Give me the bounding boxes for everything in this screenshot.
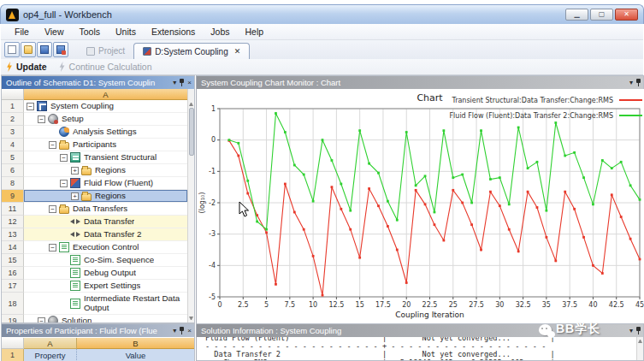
menu-item-view[interactable]: View bbox=[38, 25, 71, 38]
row-number: 13 bbox=[2, 228, 24, 241]
menu-item-units[interactable]: Units bbox=[109, 25, 143, 38]
tree-row-regions[interactable]: 9+Regions bbox=[2, 190, 187, 203]
expand-toggle-icon[interactable]: + bbox=[71, 192, 79, 200]
tree-row-regions[interactable]: 6+Regions bbox=[2, 164, 187, 177]
tree-row-co-sim-sequence[interactable]: 15Co-Sim. Sequence bbox=[2, 254, 187, 267]
properties-menu-dropdown-icon[interactable]: ▾ bbox=[173, 327, 176, 334]
properties-panel-header[interactable]: Properties of Participant : Fluid Flow (… bbox=[2, 324, 194, 337]
properties-pin-icon[interactable] bbox=[180, 327, 184, 334]
properties-column-b[interactable]: B bbox=[77, 338, 194, 349]
menu-item-tools[interactable]: Tools bbox=[73, 25, 108, 38]
tree-row-solution[interactable]: 19−Solution bbox=[2, 315, 187, 323]
row-cell[interactable]: −Fluid Flow (Fluent) bbox=[24, 177, 187, 190]
row-cell[interactable]: −System Coupling bbox=[24, 100, 187, 113]
tree-row-setup[interactable]: 2−Setup bbox=[2, 113, 187, 126]
solution-menu-dropdown-icon[interactable]: ▾ bbox=[629, 327, 633, 334]
scroll-down-icon[interactable] bbox=[189, 317, 193, 321]
row-number: 17 bbox=[2, 280, 24, 293]
chart-menu-dropdown-icon[interactable]: ▾ bbox=[629, 79, 633, 86]
tree-item-label: Transient Structural bbox=[84, 153, 157, 162]
row-number: 9 bbox=[2, 190, 24, 203]
row-cell[interactable]: −Transient Structural bbox=[24, 151, 187, 164]
row-cell[interactable]: −Execution Control bbox=[24, 241, 187, 254]
row-cell[interactable]: +Regions bbox=[24, 164, 187, 177]
menu-item-extensions[interactable]: Extensions bbox=[145, 25, 202, 38]
row-cell[interactable]: −Solution bbox=[24, 315, 187, 323]
row-cell[interactable]: Data Transfer 2 bbox=[24, 228, 187, 241]
outline-pin-icon[interactable] bbox=[180, 79, 184, 86]
row-cell[interactable]: Co-Sim. Sequence bbox=[24, 254, 187, 267]
row-cell[interactable]: Data Transfer bbox=[24, 216, 187, 228]
folder-icon bbox=[59, 206, 69, 214]
scroll-thumb[interactable] bbox=[189, 108, 194, 156]
tree-row-fluid-flow-fluent-[interactable]: 8−Fluid Flow (Fluent) bbox=[2, 177, 187, 190]
save-as-button[interactable] bbox=[53, 42, 68, 57]
tree-row-data-transfer-2[interactable]: 13Data Transfer 2 bbox=[2, 228, 187, 241]
collapse-toggle-icon[interactable]: − bbox=[27, 103, 34, 110]
title-bar[interactable]: op4_full - Workbench ▁ ▢ ✕ bbox=[0, 4, 644, 24]
scroll-up-icon[interactable] bbox=[638, 339, 642, 343]
collapse-toggle-icon[interactable]: − bbox=[49, 205, 56, 213]
minimize-button[interactable]: ▁ bbox=[565, 9, 588, 21]
update-button[interactable]: Update bbox=[6, 62, 47, 72]
menu-item-jobs[interactable]: Jobs bbox=[204, 25, 236, 38]
tree-item-label: Data Transfer bbox=[84, 217, 134, 226]
properties-column-a[interactable]: A bbox=[24, 338, 77, 349]
tree-row-analysis-settings[interactable]: 3Analysis Settings bbox=[2, 126, 187, 139]
tree-row-intermediate-restart-data-output[interactable]: 18Intermediate Restart Data Output bbox=[2, 293, 187, 315]
lightning-gray-icon bbox=[59, 62, 66, 72]
tree-row-system-coupling[interactable]: 1−System Coupling bbox=[2, 100, 187, 113]
open-project-button[interactable] bbox=[21, 42, 36, 57]
tree-row-data-transfers[interactable]: 11−Data Transfers bbox=[2, 203, 187, 216]
row-cell[interactable]: Debug Output bbox=[24, 267, 187, 280]
properties-close-icon[interactable]: × bbox=[187, 327, 192, 334]
collapse-toggle-icon[interactable]: − bbox=[60, 180, 68, 187]
collapse-toggle-icon[interactable]: − bbox=[49, 141, 56, 149]
chart-panel-header[interactable]: System Coupling Chart Monitor : Chart bbox=[197, 76, 643, 89]
row-cell[interactable]: +Regions bbox=[24, 190, 187, 203]
collapse-toggle-icon[interactable]: − bbox=[38, 317, 45, 323]
outline-close-icon[interactable]: × bbox=[187, 79, 192, 86]
outline-panel-header[interactable]: Outline of Schematic D1: System Couplin bbox=[2, 76, 194, 89]
row-cell[interactable]: −Participants bbox=[24, 139, 187, 151]
row-cell[interactable]: Analysis Settings bbox=[24, 126, 187, 139]
tab-d-system-coupling[interactable]: D:System Coupling✕ bbox=[133, 43, 250, 59]
solution-scrollbar[interactable] bbox=[636, 337, 643, 360]
tree-item-label: Fluid Flow (Fluent) bbox=[84, 179, 153, 187]
row-cell[interactable]: −Setup bbox=[24, 113, 187, 126]
row-cell[interactable]: Expert Settings bbox=[24, 280, 187, 293]
column-a-header[interactable]: A bbox=[24, 89, 187, 100]
menu-item-help[interactable]: Help bbox=[239, 25, 271, 38]
save-project-button[interactable] bbox=[37, 42, 52, 57]
row-cell[interactable]: Intermediate Restart Data Output bbox=[24, 293, 187, 315]
close-button[interactable]: ✕ bbox=[615, 9, 638, 21]
maximize-button[interactable]: ▢ bbox=[590, 9, 613, 21]
tree-row-transient-structural[interactable]: 5−Transient Structural bbox=[2, 151, 187, 164]
collapse-toggle-icon[interactable]: − bbox=[49, 244, 56, 252]
tree-row-data-transfer[interactable]: 12Data Transfer bbox=[2, 216, 187, 228]
property-cell[interactable]: Property bbox=[24, 349, 77, 361]
tab-label: Project bbox=[98, 46, 125, 56]
outline-scrollbar[interactable] bbox=[187, 100, 194, 323]
expand-toggle-icon[interactable]: + bbox=[71, 167, 79, 175]
menu-item-file[interactable]: File bbox=[8, 25, 36, 38]
outline-menu-dropdown-icon[interactable]: ▾ bbox=[173, 79, 176, 86]
collapse-toggle-icon[interactable]: − bbox=[60, 154, 68, 162]
tab-project[interactable]: Project bbox=[78, 43, 133, 59]
tree-row-expert-settings[interactable]: 17Expert Settings bbox=[2, 280, 187, 293]
continue-calculation-button[interactable]: Continue Calculation bbox=[59, 62, 152, 72]
tab-close-icon[interactable]: ✕ bbox=[234, 47, 241, 56]
new-project-button[interactable] bbox=[4, 42, 20, 57]
row-number: 16 bbox=[2, 267, 24, 280]
tree-row-participants[interactable]: 4−Participants bbox=[2, 139, 187, 151]
solution-icon bbox=[48, 316, 58, 323]
tree-row-execution-control[interactable]: 14−Execution Control bbox=[2, 241, 187, 254]
value-cell[interactable]: Value bbox=[77, 349, 194, 361]
svg-text:40: 40 bbox=[588, 301, 597, 309]
row-cell[interactable]: −Data Transfers bbox=[24, 203, 187, 216]
collapse-toggle-icon[interactable]: − bbox=[38, 115, 45, 123]
chart-pin-icon[interactable] bbox=[636, 79, 641, 86]
scroll-up-icon[interactable] bbox=[189, 102, 193, 106]
solution-pin-icon[interactable] bbox=[636, 327, 641, 334]
tree-row-debug-output[interactable]: 16Debug Output bbox=[2, 267, 187, 280]
